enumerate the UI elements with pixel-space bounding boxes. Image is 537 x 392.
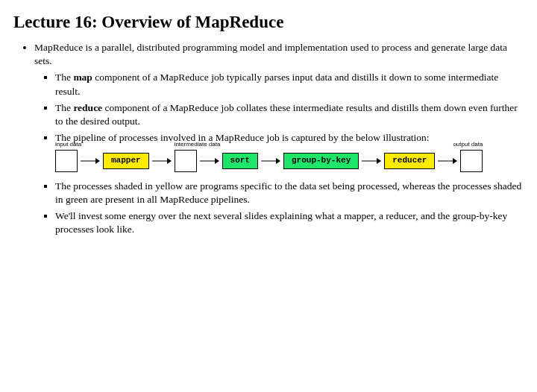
pipeline-diagram: input data mapper intermediate data sort… [55,150,524,172]
input-label: input data [55,141,81,149]
input-box [55,150,78,172]
reduce-pre: The [55,102,73,113]
svg-marker-11 [453,158,457,164]
svg-marker-1 [95,158,100,164]
svg-marker-7 [276,158,280,164]
shading-bullet: The processes shaded in yellow are progr… [55,180,524,206]
reducer-stage: reducer [384,153,435,169]
reduce-post: component of a MapReduce job collates th… [55,102,518,127]
svg-marker-9 [377,158,381,164]
map-bold: map [73,72,92,83]
intermediate-label: intermediate data [175,141,221,149]
reduce-bold: reduce [73,102,102,113]
output-box [460,150,483,172]
outer-list: MapReduce is a parallel, distributed pro… [13,41,524,236]
intermediate-box-wrap: intermediate data [175,150,197,172]
invest-bullet: We'll invest some energy over the next s… [55,209,524,236]
input-box-wrap: input data [55,150,78,172]
arrow-icon [152,157,172,165]
svg-marker-3 [167,158,172,164]
sort-stage: sort [222,153,258,169]
svg-marker-5 [215,158,219,164]
map-bullet: The map component of a MapReduce job typ… [55,71,524,98]
arrow-icon [362,157,381,165]
arrow-icon [81,157,100,165]
arrow-icon [438,157,457,165]
intermediate-box [175,150,197,172]
arrow-icon [200,157,219,165]
inner-list: The map component of a MapReduce job typ… [34,71,524,236]
group-stage: group-by-key [283,153,359,169]
page-title: Lecture 16: Overview of MapReduce [13,10,524,34]
reduce-bullet: The reduce component of a MapReduce job … [55,101,524,128]
output-label: output data [453,141,483,149]
arrow-icon [261,157,280,165]
mapper-stage: mapper [103,153,149,169]
map-pre: The [55,72,73,83]
intro-bullet: MapReduce is a parallel, distributed pro… [34,41,524,68]
output-box-wrap: output data [460,150,483,172]
map-post: component of a MapReduce job typically p… [55,72,498,96]
